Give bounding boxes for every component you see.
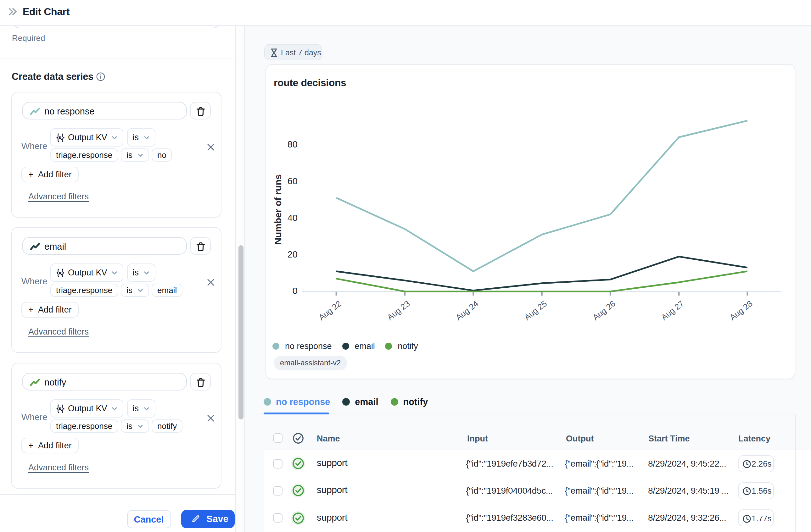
svg-text:Aug 26: Aug 26 bbox=[591, 299, 617, 322]
svg-text:Aug 27: Aug 27 bbox=[659, 299, 686, 322]
svg-text:Aug 28: Aug 28 bbox=[728, 299, 754, 322]
svg-text:0: 0 bbox=[293, 286, 297, 296]
svg-text:Aug 24: Aug 24 bbox=[454, 299, 480, 322]
svg-text:60: 60 bbox=[288, 176, 297, 186]
svg-text:Number of runs: Number of runs bbox=[273, 174, 283, 244]
svg-text:20: 20 bbox=[288, 249, 297, 260]
svg-text:Aug 23: Aug 23 bbox=[385, 299, 412, 322]
svg-text:Aug 25: Aug 25 bbox=[522, 299, 549, 322]
svg-text:80: 80 bbox=[288, 139, 297, 150]
svg-text:40: 40 bbox=[288, 213, 297, 223]
svg-text:Aug 22: Aug 22 bbox=[317, 299, 343, 322]
